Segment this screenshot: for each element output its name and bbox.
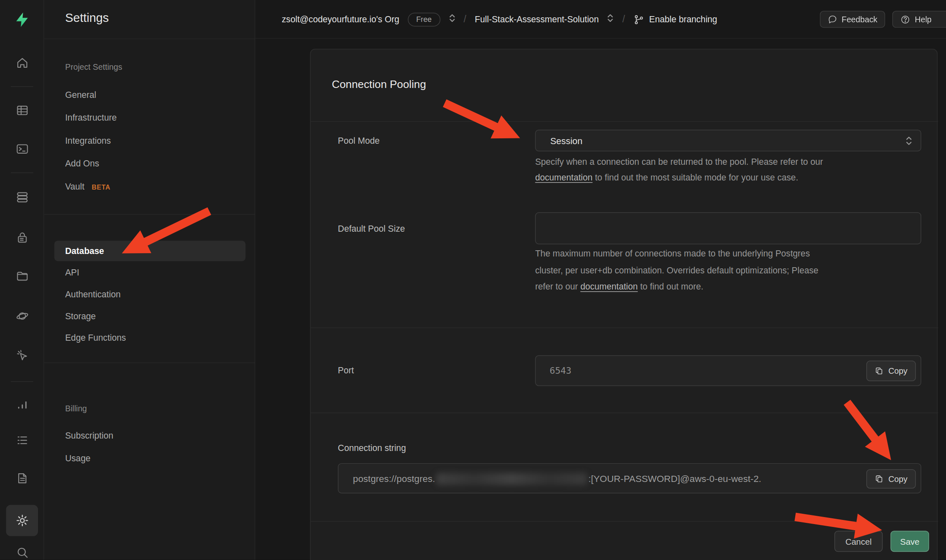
realtime-icon[interactable] [0, 343, 44, 367]
question-circle-icon [900, 14, 910, 24]
divider [311, 413, 938, 413]
git-branch-icon [633, 14, 644, 24]
rail-divider [11, 381, 33, 382]
feedback-button[interactable]: Feedback [820, 11, 885, 28]
home-icon[interactable] [0, 51, 44, 75]
settings-nav: Settings Project Settings General Infras… [44, 0, 255, 560]
nav-item-infrastructure[interactable]: Infrastructure [65, 111, 117, 124]
masked-project-ref [436, 473, 587, 485]
documentation-link[interactable]: documentation [580, 282, 638, 291]
nav-item-vault[interactable]: VaultBETA [65, 180, 111, 193]
project-breadcrumb[interactable]: Full-Stack-Assessment-Solution [475, 14, 599, 24]
plan-badge: Free [408, 12, 440, 26]
nav-item-authentication[interactable]: Authentication [65, 288, 121, 301]
pool-mode-label: Pool Mode [338, 134, 380, 147]
chevron-up-down-icon[interactable] [607, 13, 614, 25]
divider [44, 38, 255, 39]
breadcrumb-separator: / [622, 14, 625, 25]
pool-mode-description: Specify when a connection can be returne… [535, 154, 823, 185]
description-text: Specify when a connection can be returne… [535, 157, 823, 166]
port-input: 6543 Copy [535, 355, 921, 386]
card-title: Connection Pooling [332, 78, 426, 91]
default-pool-size-description: The maximum number of connections made t… [535, 245, 818, 295]
copy-icon [875, 475, 883, 483]
divider [311, 327, 938, 328]
beta-badge: BETA [92, 183, 110, 191]
nav-item-edge-functions[interactable]: Edge Functions [65, 331, 126, 344]
help-label: Help [915, 15, 932, 24]
org-breadcrumb[interactable]: zsolt@codeyourfuture.io's Org [282, 14, 399, 24]
authentication-icon[interactable] [0, 225, 44, 249]
help-button[interactable]: Help [892, 11, 946, 28]
copy-icon [875, 367, 883, 375]
supabase-settings-page: Settings Project Settings General Infras… [0, 0, 946, 560]
connection-pooling-card: Connection Pooling Pool Mode Session Spe… [310, 49, 938, 560]
nav-heading-billing: Billing [65, 402, 87, 415]
copy-connection-string-button[interactable]: Copy [867, 469, 916, 489]
nav-item-usage[interactable]: Usage [65, 452, 90, 465]
chevron-up-down-icon [906, 135, 912, 149]
search-icon[interactable] [0, 541, 44, 560]
sql-editor-icon[interactable] [0, 137, 44, 161]
reports-icon[interactable] [0, 393, 44, 417]
enable-branching-button[interactable]: Enable branching [633, 14, 717, 24]
port-label: Port [338, 364, 354, 377]
rail-divider [11, 173, 33, 173]
divider [311, 121, 938, 122]
nav-item-subscription[interactable]: Subscription [65, 429, 114, 442]
connection-string-suffix: :[YOUR-PASSWORD]@aws-0-eu-west-2. [588, 473, 761, 484]
port-value: 6543 [549, 356, 571, 387]
icon-rail [0, 0, 44, 560]
chat-bubble-icon [828, 14, 837, 24]
supabase-logo-icon[interactable] [0, 7, 44, 31]
nav-heading-project-settings: Project Settings [65, 61, 122, 74]
page-title: Settings [65, 11, 109, 25]
description-text: to find out the most suitable mode for y… [592, 173, 798, 182]
description-text: cluster, per user+db combination. Overri… [535, 265, 818, 275]
breadcrumb-separator: / [463, 14, 466, 25]
description-text: The maximum number of connections made t… [535, 249, 810, 258]
pool-mode-select[interactable]: Session [535, 130, 921, 152]
description-text: refer to our [535, 282, 580, 291]
chevron-up-down-icon[interactable] [449, 13, 455, 25]
rail-divider [11, 86, 33, 87]
database-icon[interactable] [0, 185, 44, 209]
nav-item-label: Vault [65, 182, 85, 191]
description-text: to find out more. [638, 282, 704, 291]
save-button[interactable]: Save [891, 531, 929, 552]
nav-item-database[interactable]: Database [65, 244, 104, 257]
logs-icon[interactable] [0, 428, 44, 452]
api-docs-icon[interactable] [0, 466, 44, 490]
main-content: Connection Pooling Pool Mode Session Spe… [255, 38, 946, 560]
storage-icon[interactable] [0, 264, 44, 288]
connection-string-value: postgres://postgres.:[YOUR-PASSWORD]@aws… [353, 464, 853, 494]
divider [44, 363, 255, 363]
divider [311, 521, 938, 522]
connection-string-label: Connection string [338, 441, 406, 455]
nav-item-api[interactable]: API [65, 266, 79, 279]
copy-label: Copy [889, 475, 908, 484]
feedback-label: Feedback [841, 15, 877, 24]
nav-item-general[interactable]: General [65, 88, 96, 101]
project-settings-icon[interactable] [6, 505, 38, 536]
connection-string-prefix: postgres://postgres. [353, 473, 435, 484]
top-bar: zsolt@codeyourfuture.io's Org Free / Ful… [255, 0, 946, 38]
pool-mode-value: Session [550, 130, 582, 152]
default-pool-size-input[interactable] [535, 212, 921, 244]
default-pool-size-label: Default Pool Size [338, 222, 405, 235]
cancel-button[interactable]: Cancel [834, 531, 883, 552]
copy-label: Copy [889, 366, 908, 375]
copy-port-button[interactable]: Copy [867, 361, 916, 381]
table-editor-icon[interactable] [0, 98, 44, 122]
connection-string-input: postgres://postgres.:[YOUR-PASSWORD]@aws… [338, 463, 921, 494]
divider [44, 214, 255, 214]
nav-item-integrations[interactable]: Integrations [65, 134, 111, 147]
nav-item-storage[interactable]: Storage [65, 309, 96, 323]
edge-functions-icon[interactable] [0, 304, 44, 328]
nav-item-add-ons[interactable]: Add Ons [65, 157, 99, 170]
enable-branching-label: Enable branching [649, 14, 717, 24]
documentation-link[interactable]: documentation [535, 173, 592, 182]
